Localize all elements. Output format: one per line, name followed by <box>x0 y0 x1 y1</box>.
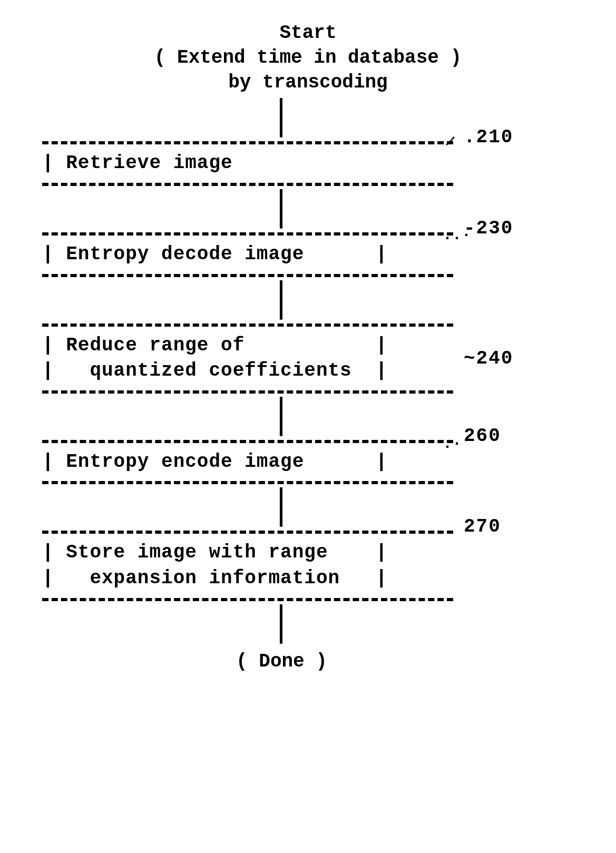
ref-240: ~240 <box>464 348 513 369</box>
connector: | | <box>275 394 288 440</box>
ref-270: 270 <box>464 516 501 537</box>
step-text: | Store image with range | <box>42 540 453 566</box>
step-270: 270 | Store image with range | | expansi… <box>42 531 453 601</box>
step-box: | Entropy decode image | <box>42 232 453 277</box>
step-240: ~240 | Reduce range of | | quantized coe… <box>42 323 453 394</box>
step-260: .· 260 | Entropy encode image | <box>42 440 453 485</box>
step-box: | Reduce range of | | quantized coeffici… <box>42 323 453 394</box>
step-210: ⟋ .210 | Retrieve image <box>42 141 453 186</box>
done-node: ( Done ) <box>236 648 327 672</box>
step-box: | Store image with range | | expansion i… <box>42 531 453 601</box>
step-text: | Entropy decode image | <box>42 242 453 268</box>
step-text: | quantized coefficients | <box>42 358 453 384</box>
connector: | | <box>275 277 288 323</box>
step-text: | expansion information | <box>42 566 453 592</box>
step-text: | Reduce range of | <box>42 333 453 359</box>
step-230: ..· -230 | Entropy decode image | <box>42 232 453 277</box>
step-box: | Retrieve image <box>42 141 453 186</box>
start-node: Start ( Extend time in database ) by tra… <box>154 21 462 95</box>
connector: | | <box>275 484 288 531</box>
connector: | | <box>275 95 288 141</box>
start-subtitle: ( Extend time in database ) by transcodi… <box>154 46 462 95</box>
step-text: | Entropy encode image | <box>42 449 453 475</box>
connector: | | <box>275 186 288 232</box>
connector: | | <box>275 601 288 648</box>
start-label: Start <box>154 21 462 46</box>
lead-line: .· <box>443 436 462 452</box>
step-box: | Entropy encode image | <box>42 440 453 485</box>
ref-230: -230 <box>464 218 513 239</box>
lead-line: ⟋ <box>443 134 458 150</box>
ref-260: 260 <box>464 425 501 447</box>
flowchart: Start ( Extend time in database ) by tra… <box>42 21 574 672</box>
ref-210: .210 <box>464 126 513 148</box>
step-text: | Retrieve image <box>42 151 453 177</box>
